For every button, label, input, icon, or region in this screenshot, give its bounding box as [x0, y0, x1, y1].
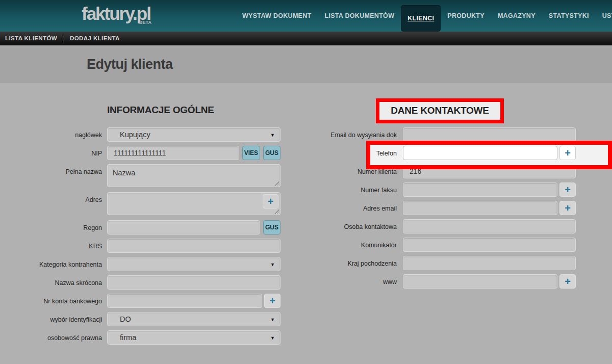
- add-adres-email-button[interactable]: +: [559, 201, 576, 215]
- chevron-down-icon: ▼: [270, 133, 275, 138]
- email-do-wysylania-dok-label: Email do wysyłania dok: [306, 127, 397, 139]
- field-row-naglowek: nagłówekKupujący▼: [0, 127, 286, 142]
- telefon-input[interactable]: [403, 146, 557, 160]
- kategoria-kontrahenta-select[interactable]: ▼: [107, 257, 280, 271]
- kraj-pochodzenia-input[interactable]: [403, 256, 576, 270]
- kraj-pochodzenia-label: Kraj pochodzenia: [306, 256, 397, 267]
- subnav-item-lista-klientow[interactable]: LISTA KLIENTÓW: [4, 35, 58, 41]
- regon-field: GUS: [107, 220, 280, 235]
- pelna-nazwa-field: Nazwa: [107, 164, 280, 187]
- nav-item-ustawienia[interactable]: USTAWIENIA: [596, 0, 612, 32]
- resize-handle[interactable]: [274, 181, 279, 186]
- telefon-label: Telefon: [370, 146, 397, 157]
- vies-button[interactable]: VIES: [242, 146, 260, 160]
- numer-faksu-field: +: [403, 183, 576, 197]
- nr-konta-bankowego-input[interactable]: [107, 294, 262, 308]
- chevron-down-icon: ▼: [270, 335, 275, 341]
- nip-label: NIP: [0, 146, 102, 157]
- field-row-www: www+: [306, 274, 612, 289]
- nip-input[interactable]: [107, 146, 239, 160]
- subnav-item-dodaj-klienta[interactable]: DODAJ KLIENTA: [69, 35, 121, 41]
- osobowosc-prawna-value: firma: [108, 333, 136, 342]
- nav-item-magazyny[interactable]: MAGAZYNY: [491, 0, 542, 32]
- field-row-adres-email: Adres email+: [306, 201, 612, 215]
- email-do-wysylania-dok-input[interactable]: [403, 127, 576, 142]
- wybor-identyfikacji-field: DO▼: [107, 312, 280, 326]
- naglowek-value: Kupujący: [108, 131, 150, 139]
- krs-label: KRS: [0, 239, 102, 250]
- chevron-down-icon: ▼: [270, 262, 275, 267]
- pelna-nazwa-label: Pełna nazwa: [0, 164, 102, 175]
- adres-email-input[interactable]: [403, 201, 557, 215]
- plus-icon: +: [269, 295, 275, 306]
- field-row-nip: NIPVIESGUS: [0, 146, 286, 160]
- field-row-komunikator: Komunikator: [306, 238, 612, 252]
- naglowek-select[interactable]: Kupujący▼: [107, 127, 280, 142]
- section-title-general: INFORMACJE OGÓLNE: [107, 105, 214, 116]
- gus-button[interactable]: GUS: [263, 146, 280, 160]
- kategoria-kontrahenta-field: ▼: [107, 257, 280, 271]
- plus-icon: +: [565, 202, 571, 214]
- add-numer-faksu-button[interactable]: +: [559, 183, 576, 197]
- subnav-divider: [63, 35, 64, 42]
- krs-input[interactable]: [107, 239, 280, 253]
- page-title: Edytuj klienta: [0, 45, 612, 72]
- title-band: Edytuj klienta: [0, 45, 612, 83]
- field-row-nazwa-skrocona: Nazwa skrócona: [0, 275, 286, 290]
- osobowosc-prawna-select[interactable]: firma▼: [107, 330, 280, 345]
- www-input[interactable]: [403, 274, 557, 289]
- krs-field: [107, 239, 280, 253]
- field-row-kraj-pochodzenia: Kraj pochodzenia: [306, 256, 612, 270]
- add-nr-konta-bankowego-button[interactable]: +: [264, 294, 280, 308]
- numer-faksu-input[interactable]: [403, 183, 557, 197]
- komunikator-input[interactable]: [403, 238, 576, 252]
- wybor-identyfikacji-select[interactable]: DO▼: [107, 312, 280, 326]
- app-logo-beta: BETA: [139, 20, 151, 25]
- add-adres-button[interactable]: +: [263, 194, 278, 209]
- nav-item-lista-dokumentow[interactable]: LISTA DOKUMENTÓW: [318, 0, 401, 32]
- field-row-numer-faksu: Numer faksu+: [306, 183, 612, 197]
- kategoria-kontrahenta-label: Kategoria kontrahenta: [0, 257, 102, 268]
- gus-button[interactable]: GUS: [263, 220, 280, 235]
- osoba-kontaktowa-input[interactable]: [403, 219, 576, 233]
- pelna-nazwa-textarea[interactable]: Nazwa: [107, 164, 280, 187]
- kraj-pochodzenia-field: [403, 256, 576, 270]
- adres-email-field: +: [403, 201, 576, 215]
- section-title-contact: DANE KONTAKTOWE: [379, 102, 500, 119]
- field-row-email-do-wysylania-dok: Email do wysyłania dok: [306, 127, 612, 142]
- numer-faksu-label: Numer faksu: [306, 183, 397, 194]
- osoba-kontaktowa-label: Osoba kontaktowa: [306, 219, 397, 230]
- highlight-box-telefon: Telefon+: [366, 141, 612, 169]
- nav-item-statystyki[interactable]: STATYSTYKI: [542, 0, 596, 32]
- adres-label: Adres: [0, 192, 102, 203]
- add-telefon-button[interactable]: +: [559, 146, 576, 160]
- komunikator-field: [403, 238, 576, 252]
- add-www-button[interactable]: +: [559, 274, 576, 289]
- adres-field: +: [107, 192, 280, 215]
- nazwa-skrocona-field: [107, 275, 280, 290]
- plus-icon: +: [565, 276, 571, 287]
- adres-email-label: Adres email: [306, 201, 397, 212]
- top-nav: faktury.pl BETA WYSTAW DOKUMENTLISTA DOK…: [0, 0, 612, 32]
- field-row-wybor-identyfikacji: wybór identyfikacjiDO▼: [0, 312, 286, 326]
- osobowosc-prawna-label: osobowość prawna: [0, 330, 102, 342]
- adres-textarea[interactable]: +: [107, 192, 280, 215]
- nr-konta-bankowego-label: Nr konta bankowego: [0, 294, 102, 305]
- resize-handle[interactable]: [274, 209, 279, 214]
- field-row-nr-konta-bankowego: Nr konta bankowego+: [0, 294, 286, 308]
- regon-label: Regon: [0, 220, 102, 231]
- field-row-krs: KRS: [0, 239, 286, 253]
- contact-data-rows: Email do wysyłania dokTelefon+Numer klie…: [306, 127, 612, 293]
- nav-item-wystaw-dokument[interactable]: WYSTAW DOKUMENT: [236, 0, 318, 32]
- field-row-adres: Adres+: [0, 192, 286, 215]
- nazwa-skrocona-label: Nazwa skrócona: [0, 275, 102, 287]
- regon-input[interactable]: [107, 220, 260, 235]
- sub-nav: LISTA KLIENTÓWDODAJ KLIENTA: [0, 32, 612, 45]
- app-logo[interactable]: faktury.pl BETA: [82, 4, 150, 24]
- nazwa-skrocona-input[interactable]: [107, 275, 280, 290]
- nav-item-produkty[interactable]: PRODUKTY: [441, 0, 491, 32]
- main-nav: WYSTAW DOKUMENTLISTA DOKUMENTÓWKLIENCIPR…: [236, 0, 612, 32]
- nav-item-klienci[interactable]: KLIENCI: [401, 5, 441, 32]
- telefon-field: +: [403, 146, 576, 160]
- email-do-wysylania-dok-field: [403, 127, 576, 142]
